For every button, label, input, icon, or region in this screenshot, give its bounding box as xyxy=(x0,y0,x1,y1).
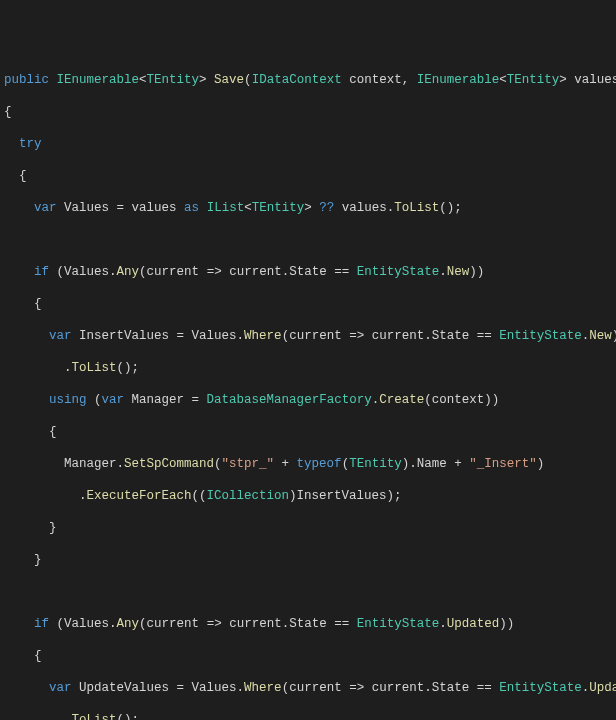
code-line: if (Values.Any(current => current.State … xyxy=(4,264,612,280)
code-line: { xyxy=(4,296,612,312)
code-line: .ExecuteForEach((ICollection)InsertValue… xyxy=(4,488,612,504)
code-line: var InsertValues = Values.Where(current … xyxy=(4,328,612,344)
code-editor[interactable]: public IEnumerable<TEntity> Save(IDataCo… xyxy=(4,72,612,720)
code-line: } xyxy=(4,520,612,536)
code-line: } xyxy=(4,552,612,568)
code-line: .ToList(); xyxy=(4,360,612,376)
code-line: try xyxy=(4,136,612,152)
code-line xyxy=(4,584,612,600)
code-line: var Values = values as IList<TEntity> ??… xyxy=(4,200,612,216)
code-line: using (var Manager = DatabaseManagerFact… xyxy=(4,392,612,408)
code-line: Manager.SetSpCommand("stpr_" + typeof(TE… xyxy=(4,456,612,472)
code-line: { xyxy=(4,104,612,120)
code-line: { xyxy=(4,424,612,440)
code-line: public IEnumerable<TEntity> Save(IDataCo… xyxy=(4,72,612,88)
code-line: if (Values.Any(current => current.State … xyxy=(4,616,612,632)
code-line: { xyxy=(4,648,612,664)
code-line xyxy=(4,232,612,248)
code-line: { xyxy=(4,168,612,184)
code-line: .ToList(); xyxy=(4,712,612,720)
code-line: var UpdateValues = Values.Where(current … xyxy=(4,680,612,696)
